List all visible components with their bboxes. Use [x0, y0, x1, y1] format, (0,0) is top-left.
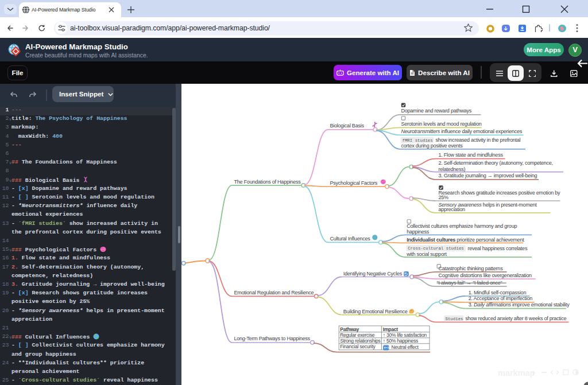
svg-text:Cognitive distortions like ove: Cognitive distortions like overgeneraliz…	[439, 273, 532, 278]
svg-text:Catastrophic thinking patterns: Catastrophic thinking patterns	[439, 266, 504, 271]
svg-text:Financial security: Financial security	[340, 344, 376, 349]
svg-text:Neurotransmitters influence da: Neurotransmitters influence daily emotio…	[401, 129, 523, 134]
svg-text:The Foundations of Happiness: The Foundations of Happiness	[234, 179, 301, 185]
svg-text:Neutral effect: Neutral effect	[392, 344, 419, 350]
svg-text:Cultural Influences: Cultural Influences	[330, 236, 371, 242]
svg-text:+: +	[531, 368, 536, 377]
svg-text:2. Acceptance of imperfection: 2. Acceptance of imperfection	[469, 295, 532, 301]
svg-text:Long-Term Pathways to Happines: Long-Term Pathways to Happiness	[234, 336, 311, 341]
svg-text:happiness: happiness	[407, 229, 430, 235]
svg-text:Research shows gratitude incre: Research shows gratitude increases posit…	[439, 190, 561, 196]
svg-text:Building Emotional Resilience: Building Emotional Resilience	[343, 309, 408, 314]
svg-text:reveal happiness correlates: reveal happiness correlates	[468, 246, 528, 251]
svg-text:1. Flow state and mindfulness: 1. Flow state and mindfulness	[439, 152, 504, 158]
svg-text:Collectivist cultures emphasiz: Collectivist cultures emphasize harmony …	[407, 223, 517, 229]
svg-text:Psychological Factors: Psychological Factors	[330, 180, 378, 186]
svg-text:Impact: Impact	[383, 326, 398, 332]
svg-text:Individualist cultures priorit: Individualist cultures prioritize person…	[407, 237, 524, 243]
svg-text:with social support: with social support	[406, 251, 447, 257]
svg-text:Emotional Regulation and Resil: Emotional Regulation and Resilience	[234, 290, 314, 295]
svg-text:Dopamine and reward pathways: Dopamine and reward pathways	[401, 108, 472, 114]
svg-text:25%: 25%	[439, 195, 449, 200]
svg-text:Cross-cultural studies: Cross-cultural studies	[408, 246, 464, 251]
svg-text:Biological Basis: Biological Basis	[330, 123, 365, 129]
svg-text:Identifying Negative Cycles: Identifying Negative Cycles	[343, 271, 403, 277]
svg-text:↑ 50% happiness: ↑ 50% happiness	[383, 338, 418, 344]
svg-text:fMRI studies: fMRI studies	[403, 138, 433, 143]
svg-text:3. Gratitude journaling → impr: 3. Gratitude journaling → improved well-…	[439, 173, 537, 178]
svg-text:appreciation: appreciation	[439, 207, 465, 212]
svg-text:cortex during positive events: cortex during positive events	[401, 143, 463, 149]
svg-text:Strong relationships: Strong relationships	[340, 338, 380, 344]
svg-text:relatedness): relatedness)	[439, 166, 466, 172]
svg-text:show reduced anxiety after 8 w: show reduced anxiety after 8 weeks of pr…	[465, 316, 566, 321]
svg-text:markmap: markmap	[498, 368, 535, 378]
svg-text:1. Mindful self-compassion: 1. Mindful self-compassion	[469, 290, 527, 295]
svg-text:2. Self-determination theory (: 2. Self-determination theory (autonomy, …	[439, 160, 553, 166]
svg-text:Regular exercise: Regular exercise	[340, 332, 375, 338]
svg-text:3. Daily affirmations improve: 3. Daily affirmations improve emotional …	[469, 302, 570, 308]
svg-text:Studies: Studies	[446, 317, 463, 321]
svg-text:Pathway: Pathway	[340, 326, 359, 332]
svg-text:↑ 30% life satisfaction: ↑ 30% life satisfaction	[383, 332, 427, 338]
svg-text:Serotonin levels and mood regu: Serotonin levels and mood regulation	[401, 121, 482, 127]
svg-text:show increased activity in the: show increased activity in the prefronta…	[436, 137, 521, 143]
